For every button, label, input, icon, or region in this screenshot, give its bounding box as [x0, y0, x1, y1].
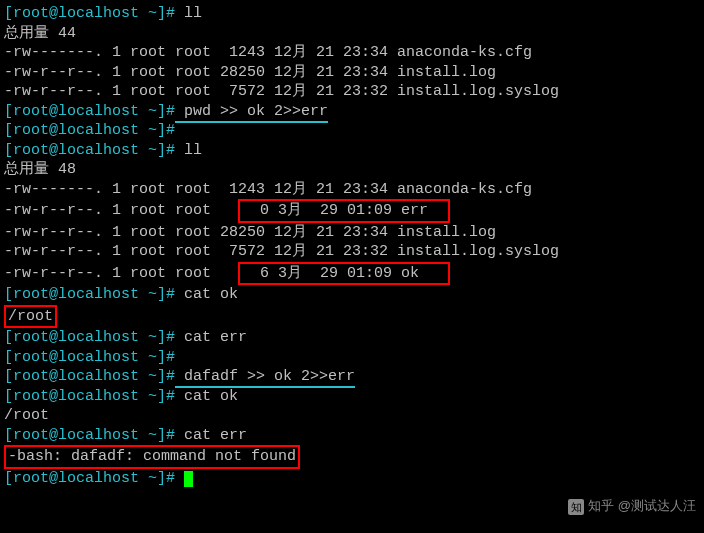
- terminal-line: [root@localhost ~]# ll: [4, 4, 700, 24]
- prompt: [root@localhost ~]#: [4, 349, 175, 366]
- terminal-output: -rw-r--r--. 1 root root 28250 12月 21 23:…: [4, 63, 700, 83]
- terminal-line: [root@localhost ~]#: [4, 348, 700, 368]
- prompt: [root@localhost ~]#: [4, 5, 175, 22]
- highlighted-output: 6 3月 29 01:09 ok: [238, 262, 450, 286]
- terminal-line: [root@localhost ~]# pwd >> ok 2>>err: [4, 102, 700, 122]
- prompt: [root@localhost ~]#: [4, 103, 175, 120]
- prompt: [root@localhost ~]#: [4, 470, 175, 487]
- terminal-output: -rw-r--r--. 1 root root 28250 12月 21 23:…: [4, 223, 700, 243]
- terminal-line: [root@localhost ~]# cat err: [4, 426, 700, 446]
- highlighted-output: 0 3月 29 01:09 err: [238, 199, 450, 223]
- highlighted-output: -bash: dafadf: command not found: [4, 445, 300, 469]
- zhihu-icon: 知: [568, 499, 584, 515]
- terminal-output: /root: [4, 406, 700, 426]
- terminal-line: [root@localhost ~]# cat ok: [4, 285, 700, 305]
- terminal-output: -rw-r--r--. 1 root root 6 3月 29 01:09 ok: [4, 262, 700, 286]
- highlighted-output: /root: [4, 305, 57, 329]
- cursor-icon: [184, 471, 193, 487]
- prompt: [root@localhost ~]#: [4, 388, 175, 405]
- prompt: [root@localhost ~]#: [4, 329, 175, 346]
- command-highlighted: pwd >> ok 2>>err: [175, 103, 328, 123]
- terminal-output: -rw-r--r--. 1 root root 7572 12月 21 23:3…: [4, 242, 700, 262]
- command: cat ok: [175, 388, 238, 405]
- terminal-output: 总用量 44: [4, 24, 700, 44]
- terminal-output: -rw-r--r--. 1 root root 0 3月 29 01:09 er…: [4, 199, 700, 223]
- terminal-output: 总用量 48: [4, 160, 700, 180]
- terminal-line: [root@localhost ~]# cat err: [4, 328, 700, 348]
- command: cat err: [175, 329, 247, 346]
- prompt: [root@localhost ~]#: [4, 142, 175, 159]
- command: [175, 470, 184, 487]
- terminal-output: -bash: dafadf: command not found: [4, 445, 700, 469]
- command: cat ok: [175, 286, 238, 303]
- watermark-text: 知乎 @测试达人汪: [588, 498, 696, 513]
- terminal-output: /root: [4, 305, 700, 329]
- terminal-output: -rw-------. 1 root root 1243 12月 21 23:3…: [4, 180, 700, 200]
- command: ll: [175, 5, 202, 22]
- terminal-output: -rw-r--r--. 1 root root 7572 12月 21 23:3…: [4, 82, 700, 102]
- terminal-line: [root@localhost ~]# dafadf >> ok 2>>err: [4, 367, 700, 387]
- command: cat err: [175, 427, 247, 444]
- terminal-output: -rw-------. 1 root root 1243 12月 21 23:3…: [4, 43, 700, 63]
- terminal-line: [root@localhost ~]# ll: [4, 141, 700, 161]
- prompt: [root@localhost ~]#: [4, 427, 175, 444]
- command: ll: [175, 142, 202, 159]
- command-highlighted: dafadf >> ok 2>>err: [175, 368, 355, 388]
- watermark: 知知乎 @测试达人汪: [568, 498, 696, 515]
- prompt: [root@localhost ~]#: [4, 286, 175, 303]
- terminal-line: [root@localhost ~]# cat ok: [4, 387, 700, 407]
- prompt: [root@localhost ~]#: [4, 368, 175, 385]
- terminal-line: [root@localhost ~]#: [4, 121, 700, 141]
- terminal-line[interactable]: [root@localhost ~]#: [4, 469, 700, 489]
- prompt: [root@localhost ~]#: [4, 122, 175, 139]
